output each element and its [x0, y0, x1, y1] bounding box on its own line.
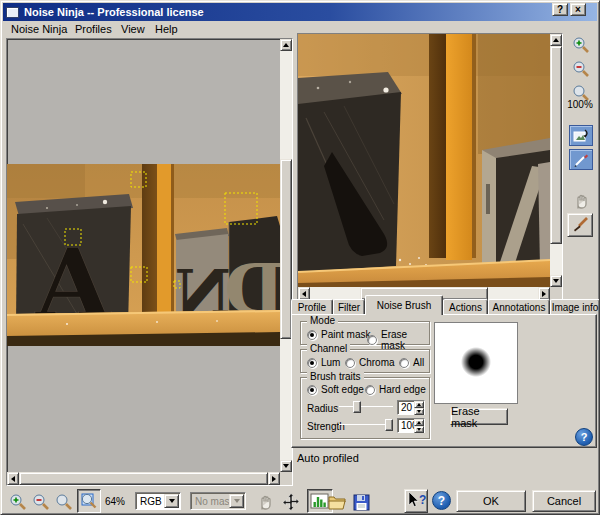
viewer-hscroll[interactable]	[7, 472, 280, 485]
titlebar[interactable]: Noise Ninja -- Professional license	[3, 3, 597, 21]
zoom-preview	[297, 33, 563, 301]
erase-mask-button[interactable]: Erase mask	[450, 408, 508, 425]
radio-icon	[307, 358, 317, 368]
radio-icon	[345, 358, 355, 368]
radio-erase-mask[interactable]: Erase mask	[367, 329, 429, 351]
zoom-in-button[interactable]	[570, 34, 592, 56]
compare-preview-button[interactable]	[569, 125, 593, 146]
strength-spinbox[interactable]: 100	[397, 418, 425, 433]
spin-up-button[interactable]	[414, 419, 424, 426]
move-tool-button[interactable]	[280, 491, 302, 513]
tab-annotations[interactable]: Annotations	[488, 299, 550, 315]
tab-profile[interactable]: Profile	[291, 299, 333, 315]
cancel-button[interactable]: Cancel	[532, 490, 596, 512]
zoom-fit-button[interactable]	[53, 491, 75, 513]
radio-lum[interactable]: Lum	[307, 357, 340, 368]
tab-actions[interactable]: Actions	[443, 299, 488, 315]
noise-brush-tool-button[interactable]	[567, 213, 593, 237]
pan-tool-button[interactable]	[571, 191, 591, 211]
photo-letterpress-zoom	[298, 34, 550, 287]
pan-hand-icon	[571, 191, 591, 211]
slider-track	[339, 406, 393, 407]
move-icon	[281, 492, 301, 512]
arrow-right-icon	[542, 291, 546, 297]
channel-group-title: Channel	[307, 343, 350, 354]
zoom-out-icon	[31, 492, 51, 512]
radio-hard-edge[interactable]: Hard edge	[365, 384, 426, 395]
zoom-region-button[interactable]	[77, 489, 101, 513]
close-button[interactable]: ×	[570, 3, 586, 16]
ok-button[interactable]: OK	[456, 490, 526, 512]
arrow-up-icon	[417, 403, 421, 406]
dropdown-button[interactable]	[164, 494, 179, 508]
menu-noise-ninja[interactable]: Noise Ninja	[9, 23, 69, 35]
menu-view[interactable]: View	[119, 23, 147, 35]
preview-vscroll[interactable]	[550, 34, 562, 287]
arrow-up-icon	[417, 421, 421, 424]
save-floppy-icon	[352, 493, 371, 512]
spin-down-button[interactable]	[414, 426, 424, 433]
menu-profiles[interactable]: Profiles	[73, 23, 114, 35]
mode-group: Mode Paint mask Erase mask	[300, 321, 430, 345]
tab-image-info[interactable]: Image info	[550, 299, 600, 315]
radio-icon	[399, 358, 409, 368]
zoom-region-icon	[79, 491, 99, 511]
tab-filter[interactable]: Filter	[333, 299, 365, 315]
radio-chroma[interactable]: Chroma	[345, 357, 395, 368]
open-file-button[interactable]	[326, 492, 348, 512]
channel-select[interactable]: RGB	[135, 492, 181, 510]
scroll-left-button[interactable]	[7, 472, 19, 485]
app-window: Noise Ninja -- Professional license ? × …	[0, 0, 600, 515]
help-button[interactable]: ?	[432, 491, 451, 510]
preview-zoom-level: 100%	[563, 99, 597, 110]
arrow-down-icon	[417, 410, 421, 413]
scroll-right-button[interactable]	[268, 472, 280, 485]
radius-spinbox[interactable]: 20	[397, 400, 425, 415]
radio-icon	[307, 330, 317, 340]
tabbar: Profile Filter Noise Brush Actions Annot…	[291, 297, 600, 315]
scroll-thumb[interactable]	[19, 472, 268, 485]
spin-up-button[interactable]	[414, 401, 424, 408]
radius-slider[interactable]	[339, 401, 393, 413]
dropdown-button	[229, 494, 244, 508]
brush-blob	[435, 323, 517, 403]
image-canvas[interactable]: A N D	[7, 39, 280, 472]
scroll-up-button[interactable]	[280, 39, 292, 51]
scroll-corner	[280, 472, 292, 485]
save-file-button[interactable]	[350, 491, 372, 513]
channel-select-value: RGB	[140, 496, 162, 507]
radio-all[interactable]: All	[399, 357, 424, 368]
app-icon	[6, 7, 19, 18]
radio-paint-mask[interactable]: Paint mask	[307, 329, 370, 340]
window-title: Noise Ninja -- Professional license	[24, 6, 204, 18]
scroll-down-button[interactable]	[550, 275, 562, 287]
radio-soft-edge[interactable]: Soft edge	[307, 384, 364, 395]
zoom-in-icon	[571, 35, 591, 55]
tab-noise-brush[interactable]: Noise Brush	[365, 295, 443, 315]
zoom-in-button[interactable]	[7, 491, 29, 513]
slider-handle[interactable]	[385, 419, 393, 431]
profile-pen-button[interactable]	[569, 149, 593, 170]
mode-group-title: Mode	[307, 315, 338, 326]
scroll-down-button[interactable]	[280, 460, 292, 472]
arrow-right-icon	[272, 476, 276, 482]
pan-tool-button[interactable]	[254, 491, 276, 513]
panel-help-button[interactable]: ?	[575, 428, 593, 446]
spin-down-button[interactable]	[414, 408, 424, 415]
zoom-out-button[interactable]	[570, 58, 592, 80]
arrow-down-icon	[417, 428, 421, 431]
radio-icon	[365, 385, 375, 395]
dropdown-arrow-icon	[234, 499, 240, 503]
strength-slider[interactable]	[339, 419, 393, 431]
scroll-thumb[interactable]	[550, 46, 562, 244]
svg-text:?: ?	[419, 493, 426, 507]
zoom-preview-canvas[interactable]	[298, 34, 550, 287]
zoom-out-button[interactable]	[30, 491, 52, 513]
radius-label: Radius	[307, 403, 338, 414]
whats-this-button[interactable]: ?	[404, 489, 428, 513]
titlebar-help-button[interactable]: ?	[552, 3, 568, 16]
brush-traits-title: Brush traits	[307, 371, 364, 382]
slider-handle[interactable]	[353, 401, 361, 413]
scroll-up-button[interactable]	[550, 34, 562, 46]
menu-help[interactable]: Help	[153, 23, 180, 35]
